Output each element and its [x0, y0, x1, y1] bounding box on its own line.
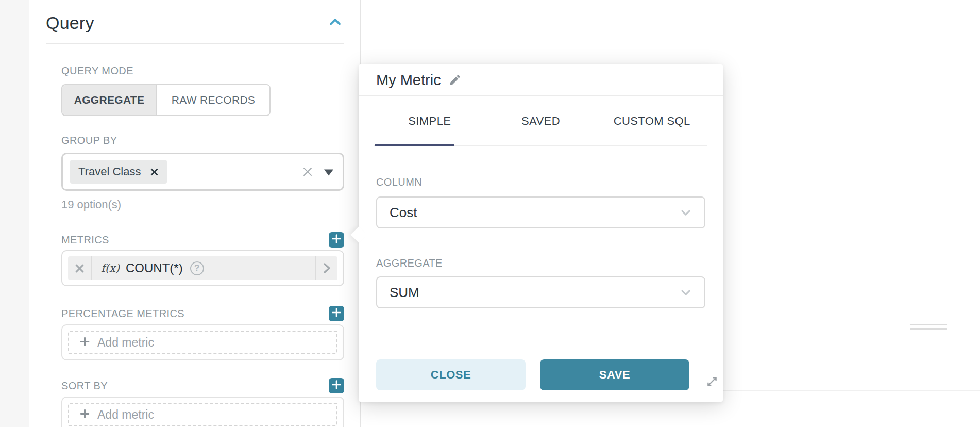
help-icon	[190, 261, 204, 275]
plus-icon	[331, 380, 342, 392]
function-icon: f(x)	[101, 262, 120, 274]
close-button[interactable]: CLOSE	[376, 359, 526, 390]
metric-editor-popover: My Metric SIMPLE SAVED CUSTOM SQL COLUMN…	[359, 64, 723, 402]
clear-select-icon[interactable]	[301, 166, 314, 178]
placeholder-text: Add metric	[97, 408, 154, 422]
query-mode-label: QUERY MODE	[61, 65, 344, 77]
active-tab-indicator	[375, 144, 454, 146]
placeholder-text: Add metric	[97, 336, 154, 350]
query-panel: Query QUERY MODE AGGREGATE RAW RECORDS G…	[29, 0, 360, 427]
plus-icon	[79, 336, 90, 349]
expand-icon[interactable]	[705, 374, 719, 389]
popover-footer: CLOSE SAVE	[359, 359, 723, 390]
plus-icon	[79, 408, 90, 421]
tag-close-icon[interactable]	[150, 168, 159, 176]
sort-by-dropzone[interactable]: Add metric	[61, 397, 344, 427]
percentage-metrics-dropzone[interactable]: Add metric	[61, 324, 344, 360]
tag-label: Travel Class	[78, 165, 141, 178]
tab-simple[interactable]: SIMPLE	[374, 96, 485, 145]
sort-by-label-row: SORT BY	[61, 378, 344, 393]
metric-pill[interactable]: f(x) COUNT(*)	[68, 256, 337, 280]
metrics-control: f(x) COUNT(*)	[61, 250, 344, 286]
metric-editor-tabs: SIMPLE SAVED CUSTOM SQL	[374, 96, 707, 146]
tab-saved[interactable]: SAVED	[485, 96, 597, 145]
chevron-right-icon[interactable]	[315, 256, 337, 280]
column-select[interactable]: Cost	[376, 196, 705, 228]
remove-metric-icon[interactable]	[68, 256, 92, 280]
pencil-icon[interactable]	[448, 73, 462, 87]
query-mode-raw-records-button[interactable]: RAW RECORDS	[157, 85, 269, 115]
resize-drag-handle[interactable]	[910, 328, 947, 330]
chevron-up-icon	[328, 15, 342, 31]
metrics-label: METRICS	[61, 234, 109, 246]
metric-name: COUNT(*)	[126, 261, 183, 275]
left-rail	[0, 0, 29, 427]
chart-builder-screen: Query QUERY MODE AGGREGATE RAW RECORDS G…	[0, 0, 980, 427]
aggregate-select-value: SUM	[390, 285, 419, 301]
add-sort-metric-button[interactable]	[329, 378, 344, 393]
add-metric-button[interactable]	[329, 232, 344, 248]
group-by-selected-tag: Travel Class	[70, 160, 167, 184]
percentage-metrics-label: PERCENTAGE METRICS	[61, 308, 184, 320]
group-by-helper-text: 19 option(s)	[61, 198, 344, 211]
metric-pill-content: f(x) COUNT(*)	[92, 256, 315, 280]
aggregate-select[interactable]: SUM	[376, 276, 705, 308]
metric-title: My Metric	[376, 72, 441, 89]
query-mode-toggle: AGGREGATE RAW RECORDS	[61, 84, 271, 116]
aggregate-label: AGGREGATE	[376, 257, 705, 269]
group-by-select[interactable]: Travel Class	[61, 153, 344, 191]
query-section-header[interactable]: Query	[46, 11, 344, 34]
caret-down-icon[interactable]	[324, 169, 333, 175]
query-section-title: Query	[46, 13, 94, 33]
add-metric-placeholder: Add metric	[68, 403, 337, 426]
sort-by-label: SORT BY	[61, 380, 108, 392]
column-label: COLUMN	[376, 176, 705, 188]
group-by-label: GROUP BY	[61, 135, 344, 146]
chevron-down-icon	[679, 205, 693, 220]
query-mode-aggregate-button[interactable]: AGGREGATE	[62, 85, 157, 115]
tab-custom-sql[interactable]: CUSTOM SQL	[596, 96, 707, 145]
chevron-down-icon	[679, 285, 693, 300]
resize-drag-handle[interactable]	[910, 324, 947, 325]
percentage-metrics-label-row: PERCENTAGE METRICS	[61, 306, 344, 321]
add-metric-placeholder: Add metric	[68, 331, 337, 354]
collapse-section-button[interactable]	[327, 15, 343, 30]
popover-header: My Metric	[359, 64, 723, 96]
metrics-label-row: METRICS	[61, 232, 344, 248]
column-select-value: Cost	[390, 205, 417, 221]
plus-icon	[331, 307, 342, 320]
add-percentage-metric-button[interactable]	[329, 306, 344, 321]
plus-icon	[331, 234, 342, 246]
section-rule	[46, 43, 344, 44]
save-button[interactable]: SAVE	[540, 359, 689, 390]
